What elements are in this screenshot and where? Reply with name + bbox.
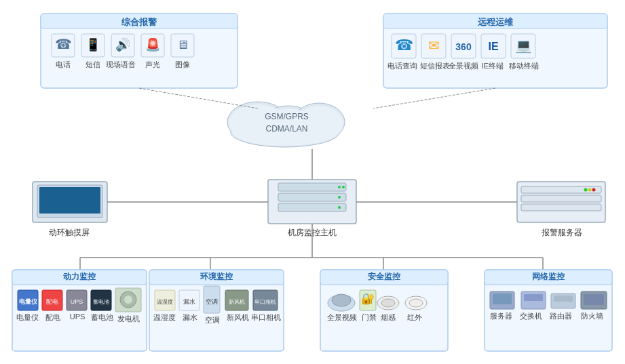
svg-point-79: [124, 296, 132, 304]
svg-rect-88: [253, 290, 278, 310]
svg-rect-27: [521, 195, 601, 202]
svg-point-29: [592, 188, 596, 192]
svg-rect-98: [490, 291, 514, 309]
label-ie: IE终端: [479, 61, 506, 71]
svg-rect-53: [111, 34, 134, 57]
box-title-env: 环境监控: [149, 271, 284, 283]
svg-text:🔊: 🔊: [115, 37, 131, 52]
label-alarm: 声光: [141, 60, 164, 70]
svg-rect-71: [42, 290, 62, 310]
svg-rect-75: [91, 290, 111, 310]
left-device-label: 动环触摸屏: [29, 227, 110, 239]
label-env4: 新风机: [224, 312, 251, 323]
svg-text:💻: 💻: [515, 37, 532, 54]
svg-rect-61: [421, 34, 446, 58]
svg-text:新风机: 新风机: [229, 299, 245, 305]
svg-text:✉: ✉: [428, 38, 440, 53]
label-power4: 蓄电池: [88, 312, 115, 323]
svg-text:☎: ☎: [55, 37, 72, 52]
svg-rect-73: [67, 290, 87, 310]
svg-point-18: [342, 186, 345, 188]
label-env3: 空调: [202, 315, 223, 325]
svg-rect-86: [225, 290, 248, 310]
svg-point-96: [405, 296, 427, 310]
svg-rect-25: [517, 182, 605, 222]
svg-rect-104: [581, 291, 607, 309]
svg-rect-82: [179, 290, 200, 310]
svg-text:蓄电池: 蓄电池: [93, 299, 109, 305]
svg-rect-101: [524, 294, 543, 301]
svg-point-20: [338, 206, 341, 209]
svg-rect-80: [155, 290, 175, 310]
svg-rect-105: [584, 294, 604, 305]
svg-point-90: [328, 295, 355, 311]
svg-point-94: [377, 296, 399, 310]
svg-rect-51: [81, 34, 105, 57]
svg-point-97: [409, 299, 423, 307]
svg-rect-99: [493, 294, 512, 304]
diagram: ☎ 📱 🔊 🚨 🖥 ☎ ✉ 360 IE 💻 电量仪 配电: [0, 0, 625, 364]
svg-rect-69: [18, 290, 38, 310]
label-360video: 全景视频: [448, 61, 479, 71]
svg-rect-55: [141, 34, 164, 57]
label-phone: 电话: [52, 60, 75, 70]
label-power1: 电量仪: [15, 312, 39, 323]
svg-rect-100: [521, 291, 546, 309]
label-env2: 漏水: [178, 312, 202, 323]
svg-line-11: [373, 88, 495, 108]
box-title-power: 动力监控: [12, 271, 147, 283]
svg-rect-63: [451, 34, 476, 58]
label-sms: 短信: [81, 60, 105, 70]
right-device-label: 报警服务器: [514, 227, 609, 239]
center-device-label: 机房监控主机: [265, 227, 360, 239]
svg-text:☎: ☎: [395, 37, 413, 54]
top-left-box-title: 综合报警: [41, 16, 238, 28]
top-right-box-title: 远程运维: [383, 16, 607, 28]
svg-text:360: 360: [455, 41, 472, 52]
svg-text:配电: 配电: [46, 298, 58, 305]
box-title-network: 网络监控: [485, 271, 612, 283]
svg-rect-59: [392, 34, 416, 58]
svg-rect-13: [268, 180, 356, 224]
svg-point-30: [588, 188, 592, 192]
label-sec4: 红外: [405, 312, 424, 323]
svg-text:串口相机: 串口相机: [254, 299, 276, 305]
svg-rect-16: [278, 203, 346, 211]
svg-text:🖥: 🖥: [176, 38, 189, 52]
svg-rect-92: [360, 290, 376, 310]
svg-rect-65: [481, 34, 506, 58]
svg-text:空调: 空调: [206, 298, 218, 305]
svg-rect-22: [37, 185, 102, 218]
label-phone-query: 电话查询: [387, 61, 417, 71]
label-image: 图像: [171, 60, 194, 70]
label-env5: 串口相机: [251, 312, 281, 323]
label-power3: UPS: [65, 312, 90, 321]
label-mobile: 移动终端: [508, 61, 540, 71]
svg-point-95: [381, 299, 395, 307]
svg-rect-77: [115, 288, 141, 312]
svg-point-19: [338, 196, 341, 199]
svg-text:🔐: 🔐: [361, 292, 375, 305]
label-net4: 防火墙: [578, 311, 605, 321]
svg-text:🚨: 🚨: [145, 37, 161, 52]
svg-point-31: [584, 188, 588, 192]
cloud-text: GSM/GPRS CDMA/LAN: [227, 110, 346, 135]
box-title-security: 安全监控: [320, 271, 448, 283]
label-sec1: 全景视频: [327, 312, 357, 323]
svg-point-17: [338, 186, 341, 188]
label-power2: 配电: [41, 312, 65, 323]
svg-rect-102: [551, 294, 575, 308]
svg-text:电量仪: 电量仪: [19, 298, 38, 305]
label-env1: 温湿度: [152, 312, 176, 323]
label-net3: 路由器: [547, 311, 574, 321]
svg-text:温湿度: 温湿度: [157, 299, 173, 305]
svg-rect-28: [521, 204, 601, 211]
svg-text:UPS: UPS: [71, 298, 83, 305]
svg-text:📱: 📱: [86, 37, 101, 52]
svg-rect-15: [278, 193, 346, 201]
svg-rect-84: [204, 286, 220, 313]
svg-rect-21: [33, 182, 107, 222]
svg-point-91: [332, 294, 351, 306]
svg-text:IE: IE: [488, 41, 498, 52]
svg-rect-103: [554, 296, 573, 302]
